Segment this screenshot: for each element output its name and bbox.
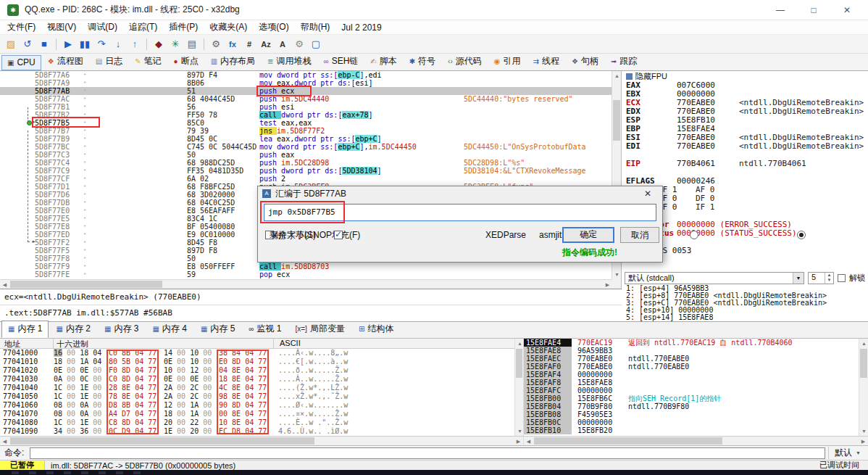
tab-memory-map[interactable]: ▥内存布局 (205, 53, 261, 70)
stack-row[interactable]: 15E8FAE4770EAC19返回到 ntdll.770EAC19 自 ntd… (524, 339, 859, 347)
scrollbar-thumb[interactable] (534, 437, 722, 445)
scroll-left-icon[interactable]: ◀ (0, 280, 9, 289)
tab-cpu[interactable]: ▣CPU (1, 55, 41, 70)
cancel-button[interactable]: 取消 (620, 227, 659, 243)
disasm-row[interactable]: 5D8F77C9•FF35 0481D35Dpush dword ptr ds:… (0, 167, 612, 175)
scrollbar-thumb[interactable] (860, 349, 867, 378)
tab-references[interactable]: ◉引用 (488, 53, 527, 70)
unlock-checkbox[interactable] (838, 274, 846, 282)
az-icon[interactable]: Az (258, 37, 274, 51)
settings-icon[interactable]: ⚙ (208, 37, 224, 51)
stop-icon[interactable]: ■ (36, 37, 52, 51)
xedparse-radio[interactable]: XEDParse (474, 227, 526, 243)
dialog-close-icon[interactable]: ✕ (638, 189, 658, 199)
hash-icon[interactable]: # (241, 37, 257, 51)
dump-row[interactable]: 770410300A 00 0C 00C0 8D 04 770E 00 0E 0… (0, 375, 514, 384)
tab-struct[interactable]: ⊞结构体 (352, 321, 400, 338)
scroll-up-icon[interactable]: ▲ (612, 71, 622, 80)
tab-locals[interactable]: [x=]局部变量 (289, 321, 351, 338)
dump-row[interactable]: 7704101018 00 1A 0480 5B 04 770E 00 10 0… (0, 358, 514, 366)
font-icon[interactable]: A (275, 37, 291, 51)
stack-row[interactable]: 15E8FB04770B9F80ntdll.770B9F80 (524, 402, 859, 410)
tab-source[interactable]: ‹›源代码 (442, 53, 488, 70)
restart-icon[interactable]: ↺ (20, 37, 36, 51)
dump-row[interactable]: 7704106008 00 0A 00D8 8B 04 7712 00 1A 0… (0, 401, 514, 410)
disasm-row[interactable]: 5D8F77AB•51push ecx (0, 87, 612, 95)
register-row[interactable]: EDI770EABE0<ntdll.DbgUiRemoteBreakin> (622, 142, 868, 151)
stack-row[interactable]: 15E8FB08F45905E3 (524, 410, 859, 418)
minimize-button[interactable]: — (767, 5, 794, 15)
scrollbar-thumb[interactable] (10, 437, 314, 445)
menu-item[interactable]: 调试(D) (82, 21, 123, 33)
ok-button[interactable]: 确定 (562, 227, 614, 243)
asmjit-radio[interactable]: asmjit (527, 227, 562, 243)
scrollbar-thumb[interactable] (10, 281, 162, 288)
stack-row[interactable]: 15E8FB0C00000000 (524, 418, 859, 426)
scroll-right-icon[interactable]: ▶ (859, 437, 868, 446)
fill-with-nops-checkbox[interactable]: 剩余字节以NOP填充(F) (258, 227, 360, 243)
tab-dump-5[interactable]: ▦内存 5 (194, 321, 241, 338)
tab-dump-4[interactable]: ▦内存 4 (146, 321, 193, 338)
command-input[interactable] (30, 447, 825, 459)
dump-row[interactable]: 770410801C 00 1E 00C8 8D 04 7720 00 22 0… (0, 418, 514, 427)
tab-dump-3[interactable]: ▦内存 3 (98, 321, 145, 338)
register-row[interactable]: EDX770EABE0<ntdll.DbgUiRemoteBreakin> (622, 107, 868, 116)
stack-row[interactable]: 15E8FAEC770EABE0ntdll.770EABE0 (524, 355, 859, 363)
run-icon[interactable]: ▶ (60, 37, 76, 51)
menu-item[interactable]: 文件(F) (1, 21, 41, 33)
disasm-row[interactable]: 5D8F77FE•59pop ecx (0, 270, 612, 278)
stack-row[interactable]: 15E8FAF815E8FAE8 (524, 379, 859, 387)
dump-row[interactable]: 7704107008 00 0A 00A4 D7 04 7718 00 1A 0… (0, 410, 514, 418)
chevron-down-icon[interactable]: ▼ (793, 273, 804, 284)
register-row[interactable]: EAX007C6000 (622, 81, 868, 90)
assemble-instruction-input[interactable]: jmp 0x5D8F77B5 (264, 204, 656, 221)
register-row[interactable]: EIP770B4061ntdll.770B4061 (622, 160, 868, 168)
window-icon[interactable]: ▢ (308, 37, 324, 51)
stack-row[interactable]: 15E8FB0015E8FB6C指向SEH_Record[1]的指针 (524, 395, 859, 402)
scroll-down-icon[interactable]: ▼ (859, 426, 868, 436)
dump-row[interactable]: 770410200E 00 0E 00F0 8D 04 7710 00 12 0… (0, 366, 514, 375)
stepper-arrows-icon[interactable]: ▲▼ (825, 273, 833, 284)
disasm-row[interactable]: 5D8F77BC•C745 0C 5044C45Dmov dword ptr s… (0, 143, 612, 151)
disasm-row[interactable]: 5D8F77F9•E8 050FFEFFcall im.5D8D8703 (0, 263, 612, 270)
argument-row[interactable]: 5: [esp+14] 15E8FAE8 (622, 314, 868, 321)
dump-row[interactable]: 7704109034 00 36 000C D9 04 771E 00 20 0… (0, 427, 514, 436)
scroll-down-icon[interactable]: ▼ (612, 270, 622, 279)
argument-count-stepper[interactable]: 5 ▲▼ (808, 272, 834, 284)
stack-row[interactable]: 15E8FB1015E8FB20 (524, 426, 859, 434)
close-button[interactable]: ✕ (833, 5, 861, 15)
tab-notes[interactable]: ✎笔记 (129, 53, 167, 70)
stack-horizontal-scrollbar[interactable]: ◀ ▶ (524, 437, 868, 445)
breakpoint-icon[interactable]: ◆ (151, 37, 167, 51)
open-file-icon[interactable]: ▨ (3, 37, 19, 51)
disasm-row[interactable]: 5D8F77B1•56push esi (0, 103, 612, 111)
disasm-row[interactable]: 5D8F77A6•897D F4mov dword ptr ss:[ebp-C]… (0, 71, 612, 79)
dump-vertical-scrollbar[interactable]: ▲ ▼ (514, 339, 524, 436)
tab-seh[interactable]: ∞SEH链 (318, 53, 364, 70)
tab-breakpoints[interactable]: ●断点 (168, 53, 204, 70)
disasm-row[interactable]: 5D8F77B5•85C0test eax,eax (0, 119, 612, 127)
menu-item[interactable]: Jul 2 2019 (335, 22, 387, 33)
scroll-left-icon[interactable]: ◀ (0, 437, 9, 446)
disasm-row[interactable]: 5D8F77CF•6A 02push 2 (0, 175, 612, 183)
scrollbar-thumb[interactable] (613, 100, 620, 141)
tab-call-stack[interactable]: ≣调用堆栈 (262, 53, 317, 70)
menu-item[interactable]: 收藏夹(A) (204, 21, 253, 33)
trace-icon[interactable]: ✳ (167, 37, 183, 51)
scrollbar-thumb[interactable] (516, 349, 522, 378)
tab-symbols[interactable]: ✱符号 (404, 53, 441, 70)
stack-row[interactable]: 15E8FAFC00000000 (524, 387, 859, 395)
register-row[interactable]: ESP15E8FB10 (622, 116, 868, 125)
scroll-up-icon[interactable]: ▲ (859, 339, 868, 348)
preferences-icon[interactable]: ⚙ (291, 37, 307, 51)
command-profile-select[interactable]: 默认▼ (828, 447, 867, 459)
tab-watch-1[interactable]: ∞监视 1 (242, 321, 288, 338)
stack-row[interactable]: 15E8FAF0770EABE0ntdll.770EABE0 (524, 363, 859, 371)
tab-dump-1[interactable]: ▦内存 1 (1, 321, 49, 338)
register-row[interactable] (622, 168, 868, 177)
tab-threads[interactable]: ⇉线程 (527, 53, 565, 70)
disasm-row[interactable]: 5D8F77B7•79 39jns im.5D8F77F2 (0, 127, 612, 135)
calling-convention-select[interactable]: 默认 (stdcall) ▼ (625, 272, 804, 284)
stack-vertical-scrollbar[interactable]: ▲ ▼ (859, 339, 868, 436)
pause-icon[interactable]: ▮▮ (77, 37, 93, 51)
